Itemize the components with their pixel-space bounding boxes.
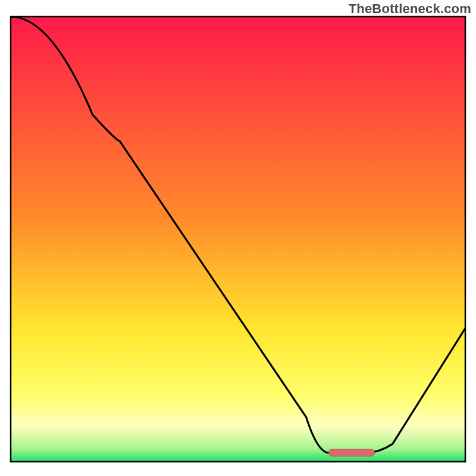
optimal-point-marker [329,449,374,456]
watermark-label: TheBottleneck.com [349,1,471,17]
chart-container: TheBottleneck.com [0,0,476,476]
bottleneck-chart [0,0,476,476]
